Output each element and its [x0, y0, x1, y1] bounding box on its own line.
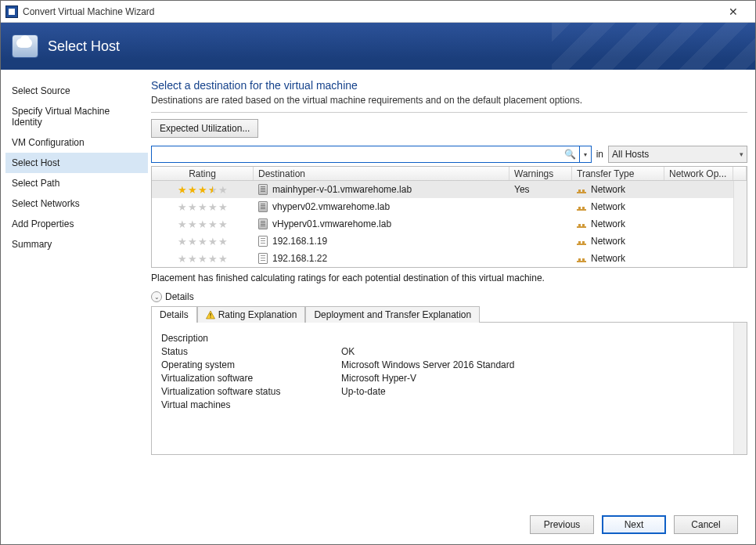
network-icon: [577, 203, 586, 211]
star-icon: ★: [218, 185, 228, 195]
page-description: Destinations are rated based on the virt…: [151, 95, 747, 106]
table-header: Rating Destination Warnings Transfer Typ…: [152, 167, 747, 181]
detail-value: Microsoft Hyper-V: [341, 373, 416, 384]
step-summary[interactable]: Summary: [5, 234, 148, 254]
tab-details[interactable]: Details: [151, 306, 197, 323]
close-button[interactable]: ✕: [716, 3, 751, 20]
cell-destination: vHyperv01.vmwarehome.lab: [254, 218, 509, 229]
star-icon: ★: [218, 236, 228, 247]
step-select-networks[interactable]: Select Networks: [5, 193, 148, 214]
table-row[interactable]: ★★★★★mainhyper-v-01.vmwarehome.labYesNet…: [152, 181, 733, 198]
server-icon: [258, 201, 268, 212]
transfer-type-label: Network: [591, 201, 625, 212]
window-title: Convert Virtual Machine Wizard: [23, 6, 716, 17]
transfer-type-label: Network: [591, 236, 625, 247]
step-add-properties[interactable]: Add Properties: [5, 214, 148, 234]
footer: Previous Next Cancel: [1, 505, 755, 544]
search-icon[interactable]: 🔍: [562, 146, 579, 162]
search-input[interactable]: [152, 146, 562, 162]
star-icon: ★: [208, 254, 218, 264]
step-select-source[interactable]: Select Source: [5, 81, 148, 101]
detail-value: Microsoft Windows Server 2016 Standard: [341, 359, 514, 370]
detail-value: OK: [341, 346, 355, 357]
svg-rect-2: [210, 316, 211, 317]
detail-key: Status: [161, 346, 341, 357]
server-icon: [258, 218, 268, 229]
col-rating[interactable]: Rating: [152, 167, 254, 180]
tab-deployment-explanation[interactable]: Deployment and Transfer Explanation: [305, 306, 480, 323]
star-icon: ★: [208, 185, 218, 195]
star-icon: ★: [188, 185, 197, 195]
star-icon: ★: [208, 236, 218, 247]
star-icon: ★: [208, 202, 218, 212]
destination-name: vhyperv02.vmwarehome.lab: [272, 201, 390, 212]
step-select-host[interactable]: Select Host: [5, 153, 148, 173]
detail-row: Description: [161, 333, 724, 344]
star-icon: ★: [188, 254, 197, 264]
banner: Select Host: [1, 23, 755, 70]
star-icon: ★: [188, 236, 197, 247]
search-box: 🔍 ▾: [151, 146, 592, 163]
table-row[interactable]: ★★★★★192.168.1.22Network: [152, 250, 733, 267]
search-options-dropdown[interactable]: ▾: [580, 146, 591, 162]
step-vm-configuration[interactable]: VM Configuration: [5, 132, 148, 153]
host-scope-select[interactable]: All Hosts ▾: [608, 146, 747, 163]
col-warnings[interactable]: Warnings: [509, 167, 572, 180]
col-network-op[interactable]: Network Op...: [664, 167, 733, 180]
banner-heading: Select Host: [48, 38, 120, 55]
table-scrollbar[interactable]: [733, 181, 747, 267]
cell-destination: vhyperv02.vmwarehome.lab: [254, 201, 509, 212]
detail-row: Operating systemMicrosoft Windows Server…: [161, 359, 724, 370]
cell-transfer-type: Network: [572, 201, 664, 212]
cell-warnings: Yes: [509, 184, 572, 195]
transfer-type-label: Network: [591, 253, 625, 264]
cell-transfer-type: Network: [572, 253, 664, 264]
transfer-type-label: Network: [591, 184, 625, 195]
star-icon: ★: [198, 185, 207, 195]
star-icon: ★: [218, 202, 228, 212]
destination-name: vHyperv01.vmwarehome.lab: [272, 218, 391, 229]
cell-destination: mainhyper-v-01.vmwarehome.lab: [254, 184, 509, 195]
details-tabs: Details Rating Explanation Deployment an…: [151, 305, 747, 322]
star-icon: ★: [178, 236, 187, 247]
star-icon: ★: [198, 236, 207, 247]
cancel-button[interactable]: Cancel: [674, 515, 738, 534]
star-icon: ★: [218, 219, 228, 229]
previous-button[interactable]: Previous: [530, 515, 594, 534]
col-transfer-type[interactable]: Transfer Type: [572, 167, 664, 180]
next-button[interactable]: Next: [602, 515, 666, 534]
star-icon: ★: [178, 185, 187, 195]
star-icon: ★: [178, 254, 187, 264]
wizard-steps-sidebar: Select Source Specify Virtual Machine Id…: [1, 78, 148, 505]
in-label: in: [595, 149, 605, 160]
library-icon: [258, 236, 268, 247]
detail-key: Virtual machines: [161, 399, 341, 410]
cell-rating: ★★★★★: [152, 185, 254, 195]
network-icon: [577, 254, 586, 262]
step-specify-vm-identity[interactable]: Specify Virtual Machine Identity: [5, 101, 148, 132]
details-toggle[interactable]: ⌄ Details: [151, 291, 747, 302]
search-row: 🔍 ▾ in All Hosts ▾: [151, 146, 747, 163]
destination-name: 192.168.1.19: [272, 236, 327, 247]
cell-transfer-type: Network: [572, 218, 664, 229]
table-row[interactable]: ★★★★★192.168.1.19Network: [152, 233, 733, 250]
col-scroll-gutter: [733, 167, 747, 180]
star-icon: ★: [198, 202, 207, 212]
network-icon: [577, 186, 586, 193]
detail-row: Virtualization software statusUp-to-date: [161, 386, 724, 397]
app-icon: [5, 5, 18, 18]
table-row[interactable]: ★★★★★vHyperv01.vmwarehome.labNetwork: [152, 215, 733, 233]
tab-rating-explanation[interactable]: Rating Explanation: [197, 306, 306, 323]
title-bar: Convert Virtual Machine Wizard ✕: [1, 1, 755, 23]
separator: [151, 112, 747, 113]
content: Select a destination for the virtual mac…: [148, 78, 747, 505]
cell-transfer-type: Network: [572, 236, 664, 247]
table-row[interactable]: ★★★★★vhyperv02.vmwarehome.labNetwork: [152, 198, 733, 215]
col-destination[interactable]: Destination: [254, 167, 509, 180]
step-select-path[interactable]: Select Path: [5, 173, 148, 193]
details-scrollbar[interactable]: [733, 323, 747, 454]
table-body: ★★★★★mainhyper-v-01.vmwarehome.labYesNet…: [152, 181, 733, 267]
destinations-table: Rating Destination Warnings Transfer Typ…: [151, 166, 747, 268]
expected-utilization-button[interactable]: Expected Utilization...: [151, 119, 258, 138]
library-icon: [258, 253, 268, 264]
